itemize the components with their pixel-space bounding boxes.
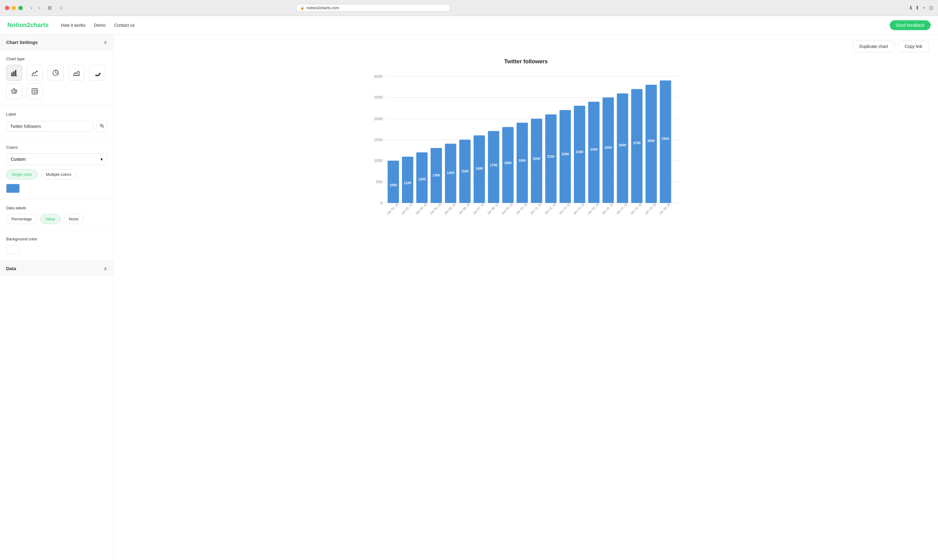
colors-dropdown[interactable]: Custom ▾: [6, 153, 107, 165]
toggle-label-visibility-button[interactable]: [96, 120, 107, 132]
chevron-down-icon: ▾: [100, 157, 103, 162]
chart-type-table[interactable]: [27, 83, 43, 99]
x-label-jan03: Jan 03, 22: [415, 202, 428, 215]
svg-rect-1: [13, 71, 14, 75]
close-button[interactable]: [5, 6, 9, 10]
bar-jan14: [574, 106, 585, 203]
x-label-jan19: Jan 19, 22: [644, 202, 657, 215]
download-icon[interactable]: ⬇: [909, 5, 913, 11]
back-button[interactable]: ‹: [29, 5, 34, 11]
bar-jan19: [645, 85, 657, 203]
bar-label-jan10: 1900: [519, 158, 526, 162]
share-icon[interactable]: ⬆: [915, 5, 919, 11]
bar-label-jan20: 2900: [662, 137, 669, 140]
bar-label-jan06: 1500: [461, 169, 469, 173]
bg-color-section: Background color: [0, 231, 114, 261]
logo[interactable]: Notion2charts: [8, 22, 49, 29]
bar-label-jan11: 2000: [533, 157, 541, 160]
eye-slash-icon: [99, 123, 105, 128]
nav-how-it-works[interactable]: How it works: [61, 23, 85, 28]
bar-jan02: [402, 157, 413, 203]
tab-icon[interactable]: ⊞: [46, 4, 54, 11]
new-tab-icon[interactable]: ＋: [922, 5, 927, 11]
y-label-1500: 1500: [374, 137, 383, 142]
label-input[interactable]: Twitter followers: [6, 121, 94, 132]
y-label-0: 0: [380, 201, 383, 205]
chart-container: Twitter followers: [123, 58, 929, 231]
bar-label-jan13: 2200: [562, 152, 569, 156]
chart-type-area[interactable]: [68, 65, 84, 81]
chart-type-pie[interactable]: [48, 65, 64, 81]
chart-title: Twitter followers: [123, 58, 929, 65]
data-labels-title: Data labels: [6, 206, 107, 210]
bar-jan12: [545, 114, 557, 203]
none-button[interactable]: None: [64, 214, 84, 224]
bar-label-jan05: 1400: [447, 171, 454, 175]
y-label-3000: 3000: [374, 74, 383, 79]
bar-jan20: [660, 80, 672, 203]
single-color-button[interactable]: Single color: [6, 169, 37, 180]
x-label-jan18: Jan 18, 22: [630, 202, 642, 215]
colors-section: Colors Custom ▾ Single color Multiple co…: [0, 139, 114, 200]
bg-color-swatch[interactable]: [6, 245, 20, 254]
x-label-jan10: Jan 10, 22: [515, 202, 528, 215]
bar-label-jan12: 2100: [547, 155, 554, 158]
address-bar[interactable]: 🔒 notion2charts.com: [296, 4, 450, 12]
x-label-jan01: Jan 01, 22: [386, 202, 399, 215]
bar-label-jan17: 2600: [619, 143, 626, 147]
bar-jan09: [502, 127, 514, 203]
copy-link-button[interactable]: Copy link: [898, 41, 929, 52]
traffic-lights: [5, 6, 23, 10]
chart-type-line[interactable]: [27, 65, 43, 81]
x-label-jan13: Jan 13, 22: [558, 202, 571, 215]
color-swatch[interactable]: [6, 184, 20, 193]
chart-type-bar[interactable]: [6, 65, 22, 81]
bar-jan13: [559, 110, 571, 203]
chart-type-radar[interactable]: [6, 83, 22, 99]
x-label-jan09: Jan 09, 22: [501, 202, 514, 215]
nav-demo[interactable]: Demo: [94, 23, 105, 28]
line-chart-icon: [31, 69, 38, 76]
bar-chart-svg: 0 500 1000 1500 2000 2500 3000 1000: [123, 70, 929, 229]
bar-label-jan03: 1200: [418, 177, 426, 181]
bookmark-icon[interactable]: ☆: [57, 4, 65, 11]
bar-label-jan15: 2400: [590, 148, 598, 151]
chart-toolbar: Duplicate chart Copy link: [123, 41, 929, 52]
multiple-colors-button[interactable]: Multiple colors: [41, 169, 77, 180]
data-section-collapse[interactable]: ∧: [104, 266, 107, 271]
bar-jan08: [488, 131, 499, 203]
nav-contact-us[interactable]: Contact us: [114, 23, 135, 28]
bar-label-jan01: 1000: [390, 183, 397, 187]
bar-label-jan16: 2500: [605, 146, 612, 149]
table-chart-icon: [31, 88, 38, 95]
color-mode-row: Single color Multiple colors: [6, 169, 107, 180]
duplicate-chart-button[interactable]: Duplicate chart: [853, 41, 894, 52]
collapse-button[interactable]: ∧: [104, 39, 107, 45]
x-label-jan08: Jan 08, 22: [487, 202, 499, 215]
svg-rect-15: [32, 89, 37, 94]
chart-area: Duplicate chart Copy link Twitter follow…: [114, 34, 938, 560]
value-button[interactable]: Value: [40, 214, 61, 224]
top-nav: Notion2charts How it works Demo Contact …: [0, 16, 938, 34]
data-section: Data ∧: [0, 261, 114, 276]
svg-line-7: [55, 73, 58, 74]
maximize-button[interactable]: [18, 6, 23, 10]
browser-nav: ‹ ›: [29, 5, 42, 11]
bar-label-jan02: 1100: [404, 181, 411, 185]
windows-icon[interactable]: ⊡: [929, 5, 933, 11]
x-label-jan05: Jan 05, 22: [444, 202, 456, 215]
x-label-jan16: Jan 16, 22: [601, 202, 614, 215]
forward-button[interactable]: ›: [37, 5, 42, 11]
bar-label-jan04: 1300: [433, 173, 440, 177]
chart-type-donut[interactable]: [89, 65, 105, 81]
minimize-button[interactable]: [12, 6, 16, 10]
percentage-button[interactable]: Percentage: [6, 214, 37, 224]
label-row: Twitter followers: [6, 120, 107, 132]
x-label-jan11: Jan 11, 22: [529, 202, 542, 215]
app: Notion2charts How it works Demo Contact …: [0, 16, 938, 560]
data-labels-section: Data labels Percentage Value None: [0, 200, 114, 231]
bar-jan01: [388, 161, 399, 203]
browser-actions: ⬇ ⬆ ＋ ⊡: [909, 5, 933, 11]
area-chart-icon: [73, 69, 80, 76]
send-feedback-button[interactable]: Send feedback: [890, 20, 930, 30]
